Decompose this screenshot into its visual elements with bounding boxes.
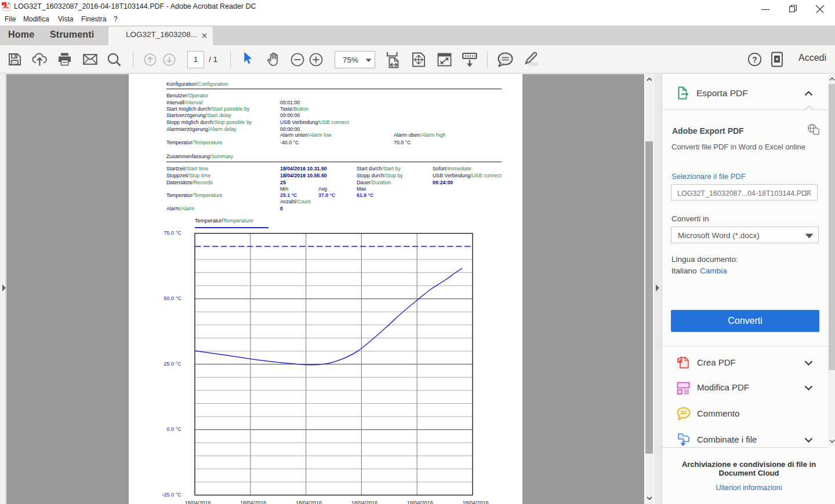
svg-text:?: ? <box>752 55 757 64</box>
